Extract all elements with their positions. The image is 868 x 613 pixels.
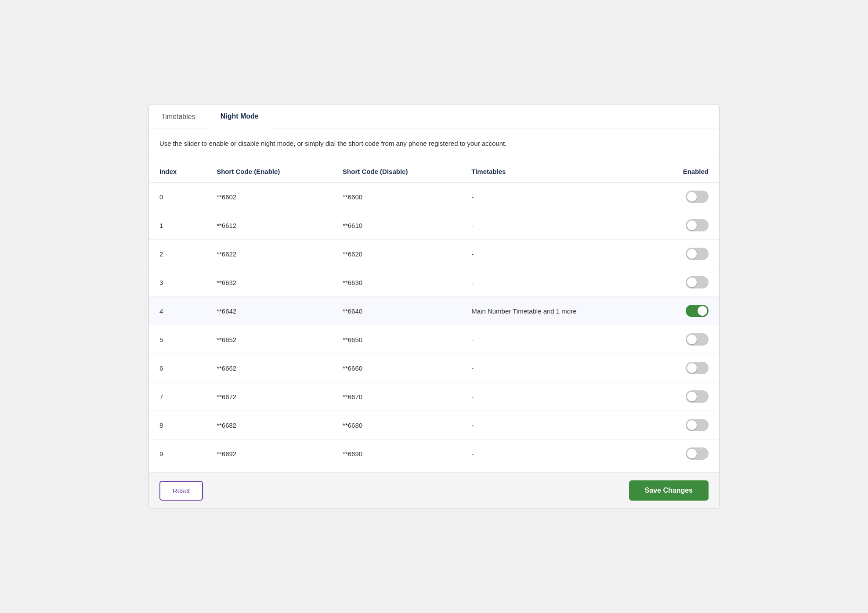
cell-index-5: 5 [149,325,206,354]
cell-toggle-7 [649,382,719,411]
cell-disable-3: **6630 [332,268,461,297]
cell-timetable-2: - [461,240,649,268]
cell-disable-0: **6600 [332,183,461,211]
table-row: 4 **6642 **6640 Main Number Timetable an… [149,297,719,325]
cell-toggle-6 [649,354,719,382]
cell-index-8: 8 [149,411,206,440]
toggle-2[interactable] [686,248,709,260]
cell-timetable-1: - [461,211,649,240]
cell-toggle-1 [649,211,719,240]
toggle-0[interactable] [686,191,709,203]
cell-timetable-8: - [461,411,649,440]
toggle-4[interactable] [686,305,709,317]
cell-toggle-5 [649,325,719,354]
footer-bar: Reset Save Changes [149,472,719,508]
col-header-disable: Short Code (Disable) [332,161,461,183]
col-header-enable: Short Code (Enable) [206,161,332,183]
toggle-1[interactable] [686,219,709,231]
toggle-9[interactable] [686,447,709,460]
table-row: 2 **6622 **6620 - [149,240,719,268]
cell-timetable-3: - [461,268,649,297]
cell-index-4: 4 [149,297,206,325]
cell-index-1: 1 [149,211,206,240]
toggle-8[interactable] [686,419,709,431]
cell-disable-9: **6690 [332,440,461,468]
col-header-timetables: Timetables [461,161,649,183]
table-row: 8 **6682 **6680 - [149,411,719,440]
tab-night-mode[interactable]: Night Mode [208,105,271,129]
cell-enable-0: **6602 [206,183,332,211]
col-header-enabled: Enabled [649,161,719,183]
cell-enable-1: **6612 [206,211,332,240]
cell-timetable-0: - [461,183,649,211]
table-row: 5 **6652 **6650 - [149,325,719,354]
cell-index-9: 9 [149,440,206,468]
table-row: 0 **6602 **6600 - [149,183,719,211]
col-header-index: Index [149,161,206,183]
cell-enable-5: **6652 [206,325,332,354]
cell-index-6: 6 [149,354,206,382]
cell-timetable-4: Main Number Timetable and 1 more [461,297,649,325]
main-panel: Timetables Night Mode Use the slider to … [148,104,720,509]
reset-button[interactable]: Reset [159,481,203,501]
cell-disable-2: **6620 [332,240,461,268]
cell-enable-8: **6682 [206,411,332,440]
cell-index-3: 3 [149,268,206,297]
cell-timetable-5: - [461,325,649,354]
cell-disable-7: **6670 [332,382,461,411]
cell-enable-6: **6662 [206,354,332,382]
cell-toggle-8 [649,411,719,440]
cell-toggle-0 [649,183,719,211]
tab-bar: Timetables Night Mode [149,105,719,129]
cell-enable-4: **6642 [206,297,332,325]
cell-index-0: 0 [149,183,206,211]
table-row: 6 **6662 **6660 - [149,354,719,382]
table-row: 7 **6672 **6670 - [149,382,719,411]
cell-disable-5: **6650 [332,325,461,354]
table-row: 1 **6612 **6610 - [149,211,719,240]
cell-index-2: 2 [149,240,206,268]
cell-toggle-3 [649,268,719,297]
cell-disable-4: **6640 [332,297,461,325]
cell-timetable-9: - [461,440,649,468]
description-text: Use the slider to enable or disable nigh… [149,129,719,156]
cell-enable-2: **6622 [206,240,332,268]
cell-disable-6: **6660 [332,354,461,382]
cell-toggle-4 [649,297,719,325]
night-mode-table: Index Short Code (Enable) Short Code (Di… [149,156,719,472]
tab-timetables[interactable]: Timetables [149,105,208,129]
cell-toggle-2 [649,240,719,268]
cell-enable-9: **6692 [206,440,332,468]
toggle-6[interactable] [686,362,709,374]
cell-enable-7: **6672 [206,382,332,411]
toggle-7[interactable] [686,390,709,403]
cell-disable-8: **6680 [332,411,461,440]
cell-timetable-7: - [461,382,649,411]
toggle-5[interactable] [686,333,709,346]
cell-timetable-6: - [461,354,649,382]
cell-enable-3: **6632 [206,268,332,297]
cell-disable-1: **6610 [332,211,461,240]
table-row: 3 **6632 **6630 - [149,268,719,297]
table-row: 9 **6692 **6690 - [149,440,719,468]
cell-index-7: 7 [149,382,206,411]
cell-toggle-9 [649,440,719,468]
toggle-3[interactable] [686,276,709,288]
save-changes-button[interactable]: Save Changes [629,480,709,501]
